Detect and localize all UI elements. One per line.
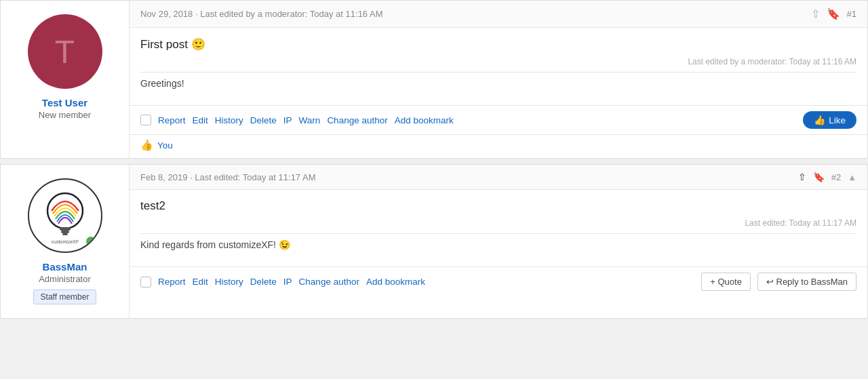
- post-2-meta: Feb 8, 2019 · Last edited: Today at 11:1…: [140, 172, 316, 182]
- posts-container: T Test User New member Nov 29, 2018 · La…: [0, 0, 868, 319]
- avatar: T: [28, 14, 102, 89]
- post-1-edited-info: Last edited by a moderator: Today at 11:…: [140, 57, 856, 66]
- username-2[interactable]: BassMan: [43, 261, 87, 273]
- report-link-1[interactable]: Report: [158, 115, 186, 125]
- delete-link-2[interactable]: Delete: [250, 277, 277, 287]
- post-2: customizeXF BassMan Administrator Staff …: [0, 164, 868, 319]
- username[interactable]: Test User: [42, 97, 87, 108]
- ip-link-1[interactable]: IP: [283, 115, 292, 125]
- staff-badge: Staff member: [33, 290, 97, 304]
- post-2-content: Feb 8, 2019 · Last edited: Today at 11:1…: [130, 165, 867, 318]
- bookmark-icon-2[interactable]: 🔖: [813, 172, 825, 182]
- post-2-body-text: Kind regards from customizeXF! 😉: [140, 239, 856, 250]
- user-role-2: Administrator: [39, 274, 91, 284]
- post-1-title: First post 🙂: [140, 37, 856, 52]
- up-icon-2[interactable]: ▲: [848, 172, 856, 182]
- avatar-letter: T: [55, 33, 75, 71]
- post-1-footer: Report Edit History Delete IP Warn Chang…: [130, 105, 867, 134]
- edit-link-2[interactable]: Edit: [193, 277, 208, 287]
- like-button-1[interactable]: 👍 Like: [803, 111, 856, 129]
- post-1-meta: Nov 29, 2018 · Last edited by a moderato…: [140, 9, 383, 19]
- post-2-top-actions: ⇧ 🔖 #2 ▲: [798, 172, 856, 182]
- like-name-1[interactable]: You: [157, 140, 173, 151]
- post-2-header: Feb 8, 2019 · Last edited: Today at 11:1…: [130, 165, 867, 190]
- post-1-header: Nov 29, 2018 · Last edited by a moderato…: [130, 1, 867, 28]
- post-1-likes: 👍 You: [130, 134, 867, 158]
- share-icon-2[interactable]: ⇧: [798, 172, 806, 182]
- post-2-checkbox[interactable]: [140, 277, 151, 287]
- post-1: T Test User New member Nov 29, 2018 · La…: [0, 0, 868, 159]
- post-2-sidebar: customizeXF BassMan Administrator Staff …: [1, 165, 130, 318]
- history-link-2[interactable]: History: [215, 277, 243, 287]
- bookmark-icon[interactable]: 🔖: [827, 7, 840, 20]
- add-bookmark-link-1[interactable]: Add bookmark: [395, 115, 454, 125]
- reply-label-2: ↩ Reply to BassMan: [766, 277, 848, 287]
- quote-label-2: + Quote: [710, 277, 742, 287]
- post-2-title: test2: [140, 199, 856, 213]
- svg-rect-1: [60, 227, 71, 231]
- change-author-link-1[interactable]: Change author: [327, 115, 387, 125]
- post-1-body-text: Greetings!: [140, 78, 856, 89]
- ip-link-2[interactable]: IP: [283, 277, 292, 287]
- user-role: New member: [39, 110, 91, 120]
- history-link-1[interactable]: History: [215, 115, 243, 125]
- share-icon[interactable]: ⇧: [811, 7, 820, 20]
- post-1-divider: [140, 72, 856, 73]
- thumb-icon-1: 👍: [814, 115, 825, 125]
- post-1-sidebar: T Test User New member: [1, 1, 130, 158]
- like-label-1: Like: [829, 115, 846, 125]
- avatar-2: customizeXF: [28, 178, 102, 253]
- change-author-link-2[interactable]: Change author: [299, 277, 359, 287]
- add-bookmark-link-2[interactable]: Add bookmark: [366, 277, 425, 287]
- post-2-number: #2: [831, 172, 841, 182]
- post-1-number: #1: [847, 9, 856, 19]
- post-1-checkbox[interactable]: [140, 115, 151, 125]
- quote-button-2[interactable]: + Quote: [701, 273, 751, 291]
- reply-button-2[interactable]: ↩ Reply to BassMan: [757, 273, 856, 291]
- post-1-content: Nov 29, 2018 · Last edited by a moderato…: [130, 1, 867, 158]
- svg-rect-2: [61, 231, 69, 233]
- svg-text:customizeXF: customizeXF: [51, 239, 78, 244]
- post-2-body: test2 Last edited: Today at 11:17 AM Kin…: [130, 190, 867, 266]
- post-2-footer-right: + Quote ↩ Reply to BassMan: [701, 273, 856, 291]
- post-1-body: First post 🙂 Last edited by a moderator:…: [130, 28, 867, 105]
- post-2-divider: [140, 233, 856, 234]
- svg-rect-3: [62, 233, 68, 235]
- post-2-footer-left: Report Edit History Delete IP Change aut…: [140, 277, 425, 287]
- report-link-2[interactable]: Report: [158, 277, 186, 287]
- post-1-top-actions: ⇧ 🔖 #1: [811, 7, 856, 20]
- warn-link-1[interactable]: Warn: [299, 115, 321, 125]
- post-2-footer: Report Edit History Delete IP Change aut…: [130, 266, 867, 296]
- post-2-edited-info: Last edited: Today at 11:17 AM: [140, 218, 856, 228]
- like-thumb-blue-1: 👍: [140, 139, 153, 151]
- delete-link-1[interactable]: Delete: [250, 115, 277, 125]
- staff-dot: [85, 235, 97, 247]
- post-1-footer-left: Report Edit History Delete IP Warn Chang…: [140, 115, 454, 125]
- edit-link-1[interactable]: Edit: [193, 115, 208, 125]
